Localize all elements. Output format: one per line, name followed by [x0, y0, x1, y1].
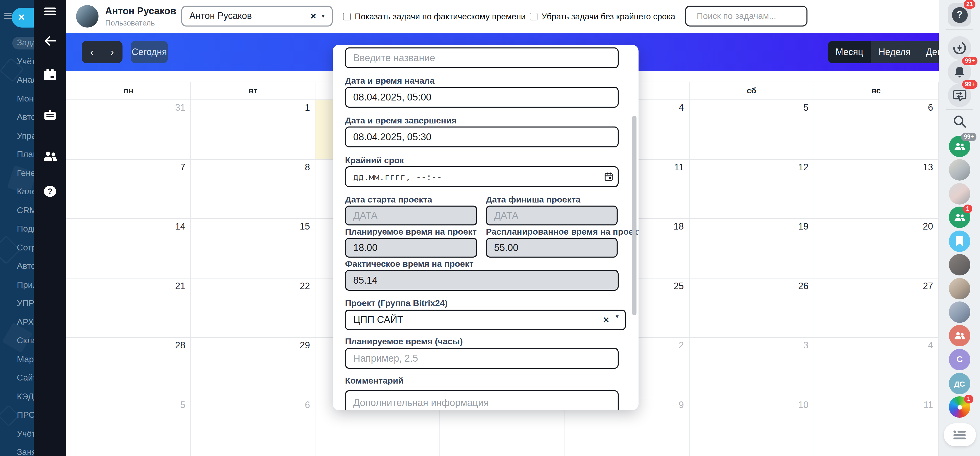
chevron-down-icon[interactable]: ▼ — [614, 314, 620, 319]
calendar-cell[interactable]: 8 — [191, 159, 315, 219]
project-select[interactable]: ЦПП САЙТ ✕ ▼ — [345, 310, 626, 330]
next-button[interactable]: › — [102, 41, 123, 63]
calendar-cell[interactable]: 7 — [66, 159, 191, 219]
calendar-cell[interactable]: 1 — [191, 100, 315, 159]
view-week-button[interactable]: Неделя — [871, 41, 918, 63]
clear-icon[interactable]: ✕ — [306, 11, 321, 21]
bx-menu-item[interactable]: Анал — [0, 71, 34, 89]
people-icon[interactable] — [34, 146, 66, 166]
chat-avatar[interactable] — [949, 302, 970, 323]
chevron-down-icon[interactable]: ▼ — [321, 13, 326, 19]
planned-hours-input[interactable] — [345, 348, 619, 369]
calendar-cell[interactable]: 5 — [66, 397, 191, 456]
bx-menu-item[interactable]: Учёт — [0, 425, 34, 443]
initials-avatar[interactable]: ДС — [949, 373, 970, 394]
calendar-cell[interactable]: 20 — [814, 219, 939, 278]
calendar-cell[interactable]: 19 — [689, 219, 814, 278]
bx-menu-item[interactable]: План — [0, 145, 34, 164]
group-avatar-salmon[interactable] — [949, 325, 970, 346]
group-avatar[interactable]: 1 — [949, 207, 970, 228]
bx-menu-item[interactable]: Подп — [0, 220, 34, 238]
calendar-cell[interactable]: 4 — [814, 338, 939, 397]
messenger-button[interactable]: 99+ — [948, 84, 971, 107]
app-pinwheel-avatar[interactable]: 1 — [949, 396, 970, 418]
calendar-cell[interactable]: 6 — [814, 100, 939, 159]
bx-menu-item[interactable]: Кале — [0, 183, 34, 201]
filter-no-deadline-checkbox[interactable] — [530, 13, 538, 20]
bx-menu-item[interactable]: АРХИ — [0, 313, 34, 332]
user-avatar[interactable] — [76, 5, 99, 27]
deadline-calendar-icon[interactable] — [605, 172, 613, 181]
filter-actual-time-checkbox[interactable] — [343, 13, 351, 20]
tasks-clipboard-icon[interactable] — [34, 106, 66, 126]
filter-no-deadline[interactable]: Убрать задачи без крайнего срока — [530, 0, 675, 33]
calendar-cell[interactable]: 11 — [814, 397, 939, 456]
bx-menu-item[interactable]: Заня — [0, 443, 34, 456]
today-button[interactable]: Сегодня — [130, 41, 168, 63]
calendar-cell[interactable]: 21 — [66, 278, 191, 338]
prev-button[interactable]: ‹ — [82, 41, 102, 63]
bx-menu-item[interactable]: Авто — [0, 257, 34, 276]
sidebar-burger-icon[interactable] — [4, 13, 12, 19]
help-icon[interactable]: ? — [34, 181, 66, 202]
bx-menu-item[interactable]: Мон — [0, 89, 34, 108]
rail-list-button[interactable] — [944, 423, 976, 446]
chat-avatar[interactable] — [949, 278, 970, 299]
task-name-input[interactable] — [345, 48, 619, 68]
back-arrow-icon[interactable] — [34, 30, 66, 51]
calendar-cell[interactable]: 3 — [689, 338, 814, 397]
calendar-cell[interactable]: 6 — [191, 397, 315, 456]
employees-avatar[interactable]: 99+ — [949, 136, 970, 157]
bx-menu-item[interactable]: Гене — [0, 164, 34, 183]
chat-avatar[interactable] — [949, 254, 970, 275]
bx-menu-item[interactable]: CRM — [0, 201, 34, 220]
rail-search-button[interactable] — [951, 113, 968, 130]
initials-avatar[interactable]: С — [949, 349, 970, 370]
bx-menu-item[interactable]: Учёт — [0, 52, 34, 71]
bx-menu-item[interactable]: Прил — [0, 276, 34, 294]
calendar-cell[interactable]: 27 — [814, 278, 939, 338]
chat-avatar[interactable] — [949, 183, 970, 205]
sidebar-close-button[interactable]: ✕ — [12, 8, 34, 27]
bx-menu-item[interactable]: Сайт — [0, 369, 34, 388]
calendar-cell[interactable]: 5 — [689, 100, 814, 159]
calendar-cell[interactable]: 22 — [191, 278, 315, 338]
start-datetime-input[interactable] — [345, 87, 619, 108]
saved-messages-avatar[interactable] — [949, 230, 970, 252]
calendar-cell[interactable]: 31 — [66, 100, 191, 159]
assignee-select[interactable]: Антон Русаков ✕ ▼ — [181, 6, 333, 27]
end-datetime-input[interactable] — [345, 127, 619, 148]
calendar-cell[interactable]: 26 — [689, 278, 814, 338]
bx-menu-item[interactable]: КЭД — [0, 388, 34, 406]
calendar-cell[interactable]: 10 — [689, 397, 814, 456]
bx-menu-item[interactable]: Скла — [0, 332, 34, 350]
calendar-cell[interactable]: 29 — [191, 338, 315, 397]
calendar-cell[interactable]: 12 — [689, 159, 814, 219]
clear-icon[interactable]: ✕ — [603, 315, 614, 325]
chat-avatar[interactable] — [949, 159, 970, 181]
bx-menu-item[interactable]: Упра — [0, 127, 34, 145]
bx-menu-item[interactable]: Зада — [0, 34, 34, 52]
calendar-cell[interactable]: 14 — [66, 219, 191, 278]
menu-burger-icon[interactable] — [34, 1, 66, 21]
weekday-label: сб — [689, 82, 814, 100]
calendar-icon[interactable] — [34, 65, 66, 85]
view-month-button[interactable]: Месяц — [828, 41, 871, 63]
copilot-button[interactable] — [948, 36, 971, 60]
comment-textarea[interactable] — [345, 390, 619, 410]
bx-menu-item[interactable]: Мар — [0, 350, 34, 369]
calendar-cell[interactable]: 13 — [814, 159, 939, 219]
calendar-cell[interactable]: 15 — [191, 219, 315, 278]
filter-actual-time[interactable]: Показать задачи по фактическому времени — [343, 0, 526, 33]
calendar-cell[interactable]: 28 — [66, 338, 191, 397]
help-button[interactable]: ? 21 — [948, 3, 971, 27]
bx-menu-item[interactable]: Авто — [0, 108, 34, 127]
bx-menu-item[interactable]: Сотр — [0, 238, 34, 257]
bx-menu-item[interactable]: УПРА — [0, 294, 34, 313]
deadline-input[interactable] — [345, 166, 619, 187]
modal-scrollbar[interactable] — [632, 116, 636, 315]
notifications-badge: 99+ — [963, 57, 977, 65]
bx-menu-item[interactable]: ПРО — [0, 406, 34, 425]
search-input[interactable] — [696, 10, 811, 22]
calendar-date: 6 — [305, 400, 310, 410]
